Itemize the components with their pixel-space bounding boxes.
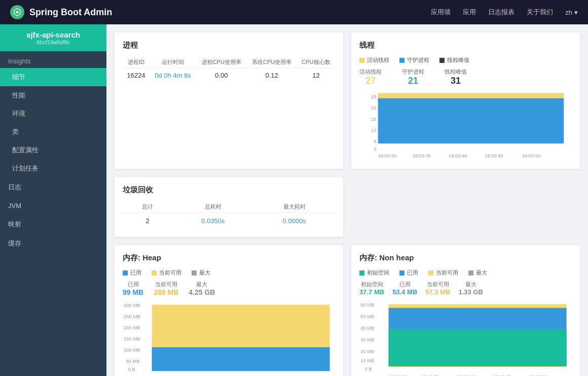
nonheap-used-label: 已用 [407,269,418,277]
nh-y-0: 0 B [364,366,372,371]
nonheap-init-value: 37.7 MB [359,288,384,296]
nav-app[interactable]: 应用 [463,8,476,17]
process-val-syscpu: 0.12 [246,69,297,83]
heap-y-300: 300 MB [124,302,140,308]
sidebar-item-细节[interactable]: 细节 [0,68,106,86]
gc-header-duration: 总耗时 [172,201,254,213]
sidebar-item-label: 环境 [12,110,25,117]
nonheap-init-label: 初始空间 [367,269,389,277]
time-label-4: 18:03:50 [522,153,541,158]
nonheap-legend: 初始空间 已用 当前可用 最大 [359,269,572,277]
heap-card-title: 内存: Heap [123,253,335,263]
lang-selector[interactable]: zh ▾ [565,9,578,16]
nh-teal-area [389,329,567,366]
process-card: 进程 进程ID 运行时间 进程CPU使用率 系统CPU使用率 CPU核心数 [115,32,343,169]
heap-legend-max: 最大 [192,269,210,277]
process-val-id: 16224 [123,69,150,83]
nh-time-1: 18:03:35 [420,374,439,376]
process-header-uptime: 运行时间 [150,56,196,69]
sidebar-item-缓存[interactable]: 缓存 [0,234,106,253]
peak-thread-stat-label: 线程峰值 [445,68,467,76]
nonheap-max-value: 1.33 GB [458,288,483,296]
nonheap-chart-svg: 60 MB 50 MB 40 MB 30 MB 20 MB 10 MB 0 B [359,300,572,376]
nonheap-legend-max: 最大 [468,269,487,277]
nh-time-4: 18:03:50 [529,374,547,376]
nonheap-used-value: 53.4 MB [392,288,417,296]
heap-used-stat-label: 已用 [123,281,143,288]
thread-card-title: 线程 [359,41,572,50]
nh-y-10: 10 MB [360,358,374,363]
daemon-thread-stat-label: 守护进程 [402,68,424,76]
main-content: 进程 进程ID 运行时间 进程CPU使用率 系统CPU使用率 CPU核心数 [106,24,588,376]
thread-chart-svg: 25 20 15 10 5 0 18:03:30 18:03:35 18:03 [359,90,572,159]
sidebar-item-label: 性能 [12,91,25,99]
heap-max-value: 4.25 GB [189,288,215,296]
thread-legend-daemon: 守护进程 [399,56,429,64]
gc-table: 总计 总耗时 最大耗时 2 0.0350s 0.0000s [123,201,335,229]
heap-y-50: 50 MB [126,358,139,364]
heap-y-200: 200 MB [124,325,140,330]
nav-about[interactable]: 关于我们 [527,8,553,17]
process-val-cores: 12 [297,69,335,83]
heap-max-stat-label: 最大 [189,281,215,288]
thread-chart: 25 20 15 10 5 0 18:03:30 18:03:35 18:03 [359,90,572,161]
nonheap-avail-stat-label: 当前可用 [425,281,450,288]
process-table: 进程ID 运行时间 进程CPU使用率 系统CPU使用率 CPU核心数 16224… [123,56,335,82]
sidebar-item-环境[interactable]: 环境 [0,105,106,123]
heap-legend-used: 已用 [123,269,141,277]
gc-header-total: 总计 [123,201,172,213]
nav-app-wall[interactable]: 应用墙 [431,8,451,17]
process-header-id: 进程ID [123,56,150,69]
time-label-0: 18:03:30 [378,153,397,158]
heap-y-150: 150 MB [124,336,140,341]
nonheap-init-color [359,270,364,276]
sidebar-item-label: 日志 [8,183,21,191]
nonheap-avail-label: 当前可用 [436,269,458,277]
nh-y-60: 60 MB [360,302,374,307]
sidebar-app-header: sjfx-api-search 6bcf19a6bf8c [0,24,106,51]
process-card-title: 进程 [123,41,335,50]
sidebar-item-计划任务[interactable]: 计划任务 [0,159,106,178]
nh-time-3: 18:03:45 [493,374,511,376]
time-label-1: 18:03:35 [413,153,431,158]
nonheap-card-title: 内存: Non heap [359,253,572,263]
sidebar-item-label: 配置属性 [12,146,39,154]
sidebar-item-jvm[interactable]: JVM [0,197,106,215]
nonheap-used-stat-label: 已用 [392,281,417,288]
time-label-2: 18:03:40 [449,153,467,158]
sidebar-app-id: 6bcf19a6bf8c [8,39,98,45]
nonheap-init-stat-label: 初始空间 [359,281,384,288]
heap-y-0: 0 B [128,366,135,372]
heap-avail-color [152,270,157,276]
daemon-thread-color [399,58,405,63]
thread-legend-peak: 线程峰值 [439,56,469,64]
header-title: Spring Boot Admin [29,7,112,18]
active-thread-label: 活动线程 [367,56,389,64]
memory-cards-grid: 内存: Heap 已用 当前可用 最大 [115,245,580,376]
gc-header-max: 最大耗时 [253,201,335,213]
sidebar-item-label: JVM [8,202,21,210]
sidebar-item-类[interactable]: 类 [0,123,106,141]
nonheap-avail-value: 57.3 MB [425,288,450,296]
process-header-syscpu: 系统CPU使用率 [246,56,297,69]
gc-val-max: 0.0000s [253,213,335,229]
sidebar-item-映射[interactable]: 映射 [0,215,106,234]
gc-val-duration: 0.0350s [172,213,254,229]
thread-yellow-area [378,93,564,98]
thread-legend-active: 活动线程 [359,56,389,64]
heap-y-250: 250 MB [124,314,140,319]
heap-card: 内存: Heap 已用 当前可用 最大 [115,245,343,376]
nh-y-50: 50 MB [360,314,374,319]
gc-card: 垃圾回收 总计 总耗时 最大耗时 2 0.0350s 0.0000s [115,177,343,237]
y-label-15: 15 [371,116,376,122]
nav-log-report[interactable]: 日志报表 [488,8,514,17]
heap-used-color [123,270,128,276]
thread-card: 线程 活动线程 守护进程 线程峰值 [351,32,580,169]
active-thread-stat-label: 活动线程 [359,68,382,76]
daemon-thread-value: 21 [402,76,424,86]
sidebar-item-性能[interactable]: 性能 [0,86,106,105]
sidebar-item-日志[interactable]: 日志 [0,178,106,197]
sidebar-item-配置属性[interactable]: 配置属性 [0,141,106,159]
sidebar-item-label: 缓存 [8,240,21,247]
heap-max-color [192,270,197,276]
